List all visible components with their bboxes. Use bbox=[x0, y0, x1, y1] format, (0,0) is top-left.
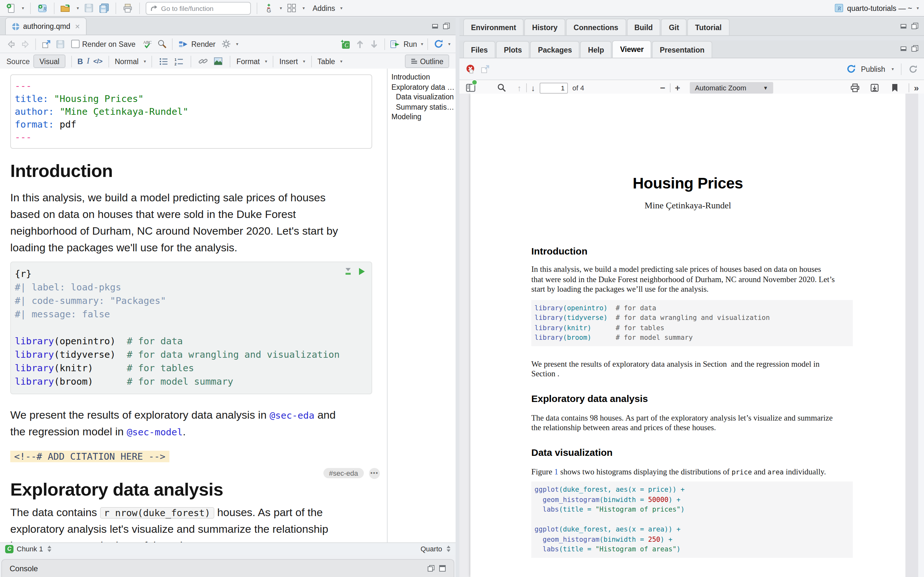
link-icon[interactable] bbox=[197, 54, 209, 68]
cross-reference[interactable]: @sec-model bbox=[127, 427, 183, 437]
paragraph-style-caret[interactable]: ▾ bbox=[144, 59, 146, 64]
minimize-pane-icon[interactable] bbox=[900, 45, 907, 52]
table-menu[interactable]: Table bbox=[317, 57, 335, 65]
render-on-save-checkbox[interactable] bbox=[71, 40, 79, 48]
save-icon[interactable] bbox=[83, 1, 94, 15]
project-selector[interactable]: quarto-tutorials — ~ bbox=[847, 4, 912, 12]
pdf-sidebar-toggle-icon[interactable] bbox=[465, 81, 476, 95]
popout-icon[interactable] bbox=[40, 37, 52, 51]
maximize-pane-icon[interactable] bbox=[911, 45, 919, 52]
numbered-list-icon[interactable]: 12 bbox=[174, 54, 185, 68]
visual-editor-content[interactable]: ---title: "Housing Prices"author: "Mine … bbox=[0, 69, 387, 542]
addins-menu[interactable]: Addins bbox=[312, 4, 335, 12]
run-caret[interactable]: ▾ bbox=[421, 41, 423, 47]
pdf-more-tools-icon[interactable]: » bbox=[914, 83, 919, 93]
pdf-prev-page-icon[interactable]: ↑ bbox=[517, 83, 521, 93]
tab-presentation[interactable]: Presentation bbox=[652, 41, 712, 58]
save-icon[interactable] bbox=[55, 37, 66, 51]
publish-caret[interactable]: ▾ bbox=[892, 66, 894, 71]
project-caret[interactable]: ▾ bbox=[917, 5, 919, 11]
spellcheck-icon[interactable]: ABC bbox=[142, 37, 153, 51]
run-next-icon[interactable] bbox=[368, 37, 380, 51]
outline-item[interactable]: Data visualization bbox=[391, 92, 456, 102]
italic-button[interactable]: I bbox=[87, 56, 89, 66]
insert-menu-caret[interactable]: ▾ bbox=[303, 59, 305, 64]
publish-icon[interactable] bbox=[846, 64, 856, 74]
tab-plots[interactable]: Plots bbox=[496, 41, 529, 58]
yaml-block[interactable]: ---title: "Housing Prices"author: "Mine … bbox=[10, 74, 372, 149]
cross-reference[interactable]: @sec-eda bbox=[270, 410, 314, 421]
panes-layout-icon[interactable] bbox=[286, 1, 297, 15]
restore-pane-icon[interactable] bbox=[427, 565, 435, 572]
insert-chunk-icon[interactable]: C bbox=[340, 37, 352, 51]
chunk-selector-stepper[interactable] bbox=[47, 546, 51, 552]
outline-toggle-button[interactable]: Outline bbox=[405, 55, 449, 68]
popout-viewer-icon[interactable] bbox=[481, 64, 489, 73]
tab-files[interactable]: Files bbox=[463, 41, 495, 58]
tab-tutorial[interactable]: Tutorial bbox=[688, 19, 730, 35]
version-control-icon[interactable]: G bbox=[263, 1, 275, 15]
version-control-caret[interactable]: ▾ bbox=[280, 5, 282, 11]
render-caret[interactable]: ▾ bbox=[236, 41, 238, 47]
visual-mode-button[interactable]: Visual bbox=[34, 55, 65, 68]
code-chunk[interactable]: {r}#| label: load-pkgs#| code-summary: "… bbox=[10, 261, 372, 394]
render-button[interactable]: Render bbox=[191, 40, 215, 48]
tab-build[interactable]: Build bbox=[627, 19, 661, 35]
table-menu-caret[interactable]: ▾ bbox=[340, 59, 342, 64]
new-project-icon[interactable]: R bbox=[36, 1, 48, 15]
back-icon[interactable] bbox=[5, 37, 17, 51]
run-chunk-icon[interactable] bbox=[358, 268, 365, 276]
figure-ref-link[interactable]: 1 bbox=[554, 467, 559, 476]
run-chunks-above-icon[interactable] bbox=[344, 268, 352, 276]
tab-git[interactable]: Git bbox=[661, 19, 687, 35]
outline-item[interactable]: Modeling bbox=[391, 112, 456, 122]
console-header[interactable]: Console bbox=[1, 559, 454, 577]
pdf-next-page-icon[interactable]: ↓ bbox=[531, 83, 535, 93]
maximize-pane-icon[interactable] bbox=[439, 565, 446, 572]
maximize-pane-icon[interactable] bbox=[911, 23, 919, 29]
search-icon[interactable] bbox=[156, 37, 168, 51]
stop-viewer-icon[interactable] bbox=[466, 64, 475, 74]
new-file-icon[interactable] bbox=[5, 1, 17, 15]
insert-menu[interactable]: Insert bbox=[279, 57, 298, 65]
render-settings-gear-icon[interactable] bbox=[221, 37, 232, 51]
tab-connections[interactable]: Connections bbox=[566, 19, 626, 35]
outline-item[interactable]: Exploratory data … bbox=[391, 82, 456, 92]
chunk-selector[interactable]: Chunk 1 bbox=[17, 545, 43, 553]
tab-history[interactable]: History bbox=[525, 19, 565, 35]
outline-item[interactable]: Summary statis… bbox=[391, 102, 456, 112]
new-file-caret[interactable]: ▾ bbox=[22, 5, 24, 11]
pdf-download-icon[interactable] bbox=[869, 81, 880, 95]
panes-layout-caret[interactable]: ▾ bbox=[302, 5, 305, 11]
pdf-page-input[interactable] bbox=[540, 82, 568, 93]
tab-environment[interactable]: Environment bbox=[463, 19, 524, 35]
minimize-pane-icon[interactable] bbox=[432, 23, 439, 29]
maximize-pane-icon[interactable] bbox=[443, 23, 451, 29]
open-file-caret[interactable]: ▾ bbox=[77, 5, 79, 11]
pdf-zoom-out-icon[interactable]: − bbox=[660, 83, 665, 92]
addins-caret[interactable]: ▾ bbox=[340, 5, 342, 11]
tab-help[interactable]: Help bbox=[580, 41, 612, 58]
image-icon[interactable] bbox=[213, 54, 224, 68]
outline-item[interactable]: Introduction bbox=[391, 73, 456, 82]
minimize-pane-icon[interactable] bbox=[900, 23, 907, 29]
tab-packages[interactable]: Packages bbox=[530, 41, 580, 58]
close-tab-icon[interactable]: ✕ bbox=[75, 23, 80, 30]
tab-authoring-qmd[interactable]: authoring.qmd ✕ bbox=[5, 17, 87, 35]
pdf-search-icon[interactable] bbox=[496, 81, 507, 95]
pdf-viewer-content[interactable]: Housing Prices Mine Çetinkaya-Rundel Int… bbox=[459, 93, 924, 577]
run-button[interactable]: Run bbox=[404, 40, 417, 48]
pdf-zoom-in-icon[interactable]: + bbox=[675, 83, 680, 92]
pdf-zoom-select[interactable]: Automatic Zoom ▼ bbox=[690, 82, 773, 93]
format-menu-caret[interactable]: ▾ bbox=[265, 59, 267, 64]
forward-icon[interactable] bbox=[19, 37, 31, 51]
rerun-caret[interactable]: ▾ bbox=[448, 41, 451, 47]
publish-button[interactable]: Publish bbox=[861, 65, 885, 73]
rerun-icon[interactable] bbox=[433, 37, 444, 51]
open-file-icon[interactable] bbox=[60, 1, 71, 15]
section-id-badge[interactable]: #sec-eda bbox=[323, 468, 364, 478]
save-all-icon[interactable] bbox=[98, 1, 110, 15]
paragraph-style-select[interactable]: Normal bbox=[115, 57, 139, 65]
print-icon[interactable] bbox=[122, 1, 134, 15]
doc-format-selector[interactable]: Quarto bbox=[421, 545, 442, 553]
